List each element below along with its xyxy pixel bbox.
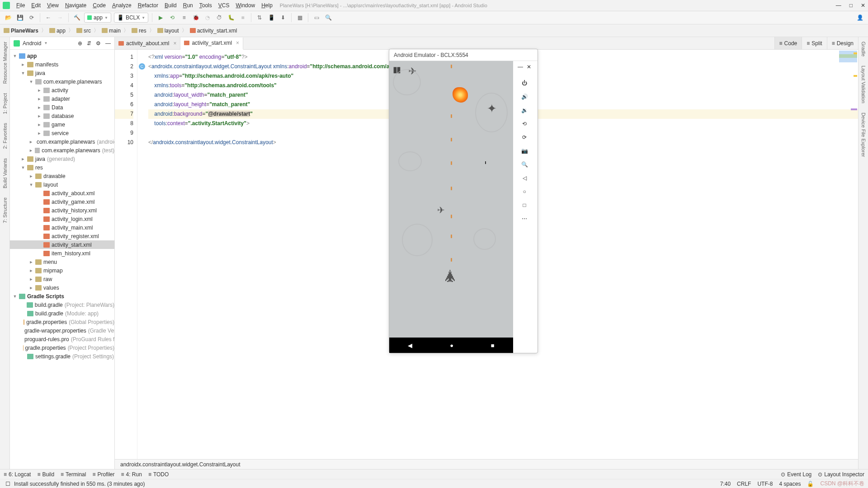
collapse-icon[interactable]: ⇵ xyxy=(87,40,91,47)
breadcrumb-item[interactable]: app xyxy=(49,28,66,34)
emu-home-icon[interactable]: ○ xyxy=(523,188,526,195)
forward-icon[interactable]: → xyxy=(56,13,65,22)
editor-breadcrumb[interactable]: androidx.constraintlayout.widget.Constra… xyxy=(115,459,858,469)
zoom-icon[interactable]: 🔍 xyxy=(521,161,528,168)
tree-node[interactable]: gradle.properties(Global Properties) xyxy=(10,318,114,326)
tree-node[interactable]: activity_about.xml xyxy=(10,189,114,197)
nav-back-icon[interactable]: ◀ xyxy=(408,342,412,349)
emu-close-icon[interactable]: ✕ xyxy=(527,64,531,70)
apply-changes-icon[interactable]: ⟲ xyxy=(168,13,177,22)
tree-node[interactable]: ►menu xyxy=(10,258,114,266)
lock-icon[interactable]: 🔓 xyxy=(807,481,814,487)
close-button[interactable]: ✕ xyxy=(861,2,865,9)
menu-view[interactable]: View xyxy=(44,1,61,9)
tree-node[interactable]: activity_start.xml xyxy=(10,240,114,249)
tree-node[interactable]: ►raw xyxy=(10,275,114,283)
user-icon[interactable]: 👤 xyxy=(855,13,864,22)
profile-icon[interactable]: ⏱ xyxy=(215,13,224,22)
run-config-dropdown[interactable]: app▼ xyxy=(84,13,111,23)
rotate-right-icon[interactable]: ⟳ xyxy=(522,134,527,141)
emu-icon[interactable]: ▭ xyxy=(312,13,321,22)
bottom-tool-layout-inspector[interactable]: ⊙Layout Inspector xyxy=(818,471,864,478)
nav-recents-icon[interactable]: ■ xyxy=(491,342,495,349)
editor-tab[interactable]: activity_about.xml× xyxy=(115,37,180,49)
breadcrumb-item[interactable]: layout xyxy=(157,28,179,34)
power-icon[interactable]: ⏻ xyxy=(522,80,527,86)
volume-down-icon[interactable]: 🔉 xyxy=(521,107,528,113)
tree-node[interactable]: ►game xyxy=(10,120,114,129)
emu-back-icon[interactable]: ◁ xyxy=(523,175,527,181)
menu-window[interactable]: Window xyxy=(233,1,258,9)
search-icon[interactable]: 🔍 xyxy=(324,13,333,22)
tree-node[interactable]: activity_register.xml xyxy=(10,232,114,240)
tree-node[interactable]: ▼com.example.planewars xyxy=(10,77,114,86)
file-encoding[interactable]: UTF-8 xyxy=(757,481,773,487)
bottom-tool-profiler[interactable]: ≡Profiler xyxy=(92,471,114,478)
build-hammer-icon[interactable]: 🔨 xyxy=(72,13,81,22)
bottom-tool-terminal[interactable]: ≡Terminal xyxy=(61,471,86,478)
view-mode-code[interactable]: ≡Code xyxy=(774,37,802,49)
maximize-button[interactable]: □ xyxy=(849,2,853,9)
tree-node[interactable]: ►adapter xyxy=(10,94,114,103)
view-mode-design[interactable]: ≡Design xyxy=(827,37,858,49)
tool-layout-validation[interactable]: Layout Validation xyxy=(861,66,866,103)
breadcrumb-item[interactable]: main xyxy=(102,28,121,34)
menu-run[interactable]: Run xyxy=(180,1,196,9)
tool-resource-manager[interactable]: Resource Manager xyxy=(2,42,8,84)
tree-node[interactable]: proguard-rules.pro(ProGuard Rules for ap… xyxy=(10,335,114,343)
tree-node[interactable]: ►manifests xyxy=(10,60,114,69)
menu-tools[interactable]: Tools xyxy=(197,1,215,9)
view-mode-split[interactable]: ≡Split xyxy=(802,37,826,49)
class-icon[interactable]: C xyxy=(139,63,145,70)
menu-analyze[interactable]: Analyze xyxy=(109,1,134,9)
bottom-tool-4-run[interactable]: ≡4: Run xyxy=(121,471,142,478)
minimize-button[interactable]: — xyxy=(836,2,841,9)
menu-help[interactable]: Help xyxy=(259,1,275,9)
target-icon[interactable]: ⊕ xyxy=(78,40,82,47)
line-ending[interactable]: CRLF xyxy=(737,481,751,487)
project-view-selector[interactable]: Android xyxy=(23,40,41,47)
tool-gradle[interactable]: Gradle xyxy=(861,42,866,56)
avd-icon[interactable]: 📱 xyxy=(267,13,276,22)
breadcrumb-item[interactable]: activity_start.xml xyxy=(190,28,237,34)
bug-icon[interactable]: 🐞 xyxy=(191,13,200,22)
tree-node[interactable]: ►com.example.planewars(test) xyxy=(10,146,114,155)
caret-position[interactable]: 7:40 xyxy=(720,481,731,487)
tree-node[interactable]: gradle.properties(Project Properties) xyxy=(10,343,114,352)
tree-node[interactable]: ►drawable xyxy=(10,172,114,180)
tree-node[interactable]: settings.gradle(Project Settings) xyxy=(10,352,114,361)
tool-2-favorites[interactable]: 2: Favorites xyxy=(2,123,8,149)
tree-node[interactable]: ►com.example.planewars(androidTest) xyxy=(10,137,114,146)
tree-node[interactable]: gradle-wrapper.properties(Gradle Version… xyxy=(10,326,114,335)
run-icon[interactable]: ▶ xyxy=(156,13,165,22)
tree-node[interactable]: ►java(generated) xyxy=(10,155,114,163)
struct-icon[interactable]: ▦ xyxy=(295,13,304,22)
device-dropdown[interactable]: 📱BCLX▼ xyxy=(114,13,148,23)
tree-node[interactable]: ▼app xyxy=(10,52,114,60)
emulator-window[interactable]: Android Emulator - BCLX:5554 ▮▮ ✈ ✦ ✈ 🛦 xyxy=(389,49,538,353)
tree-node[interactable]: ►activity xyxy=(10,86,114,94)
tree-node[interactable]: ▼java xyxy=(10,69,114,77)
tool-build-variants[interactable]: Build Variants xyxy=(2,158,8,188)
breadcrumb-item[interactable]: src xyxy=(76,28,91,34)
save-icon[interactable]: 💾 xyxy=(15,13,24,22)
tree-node[interactable]: activity_history.xml xyxy=(10,206,114,215)
sync-icon[interactable]: ⟳ xyxy=(27,13,36,22)
breadcrumb-item[interactable]: PlaneWars xyxy=(4,28,38,34)
emu-minimize-icon[interactable]: — xyxy=(518,64,523,70)
tree-node[interactable]: ►database xyxy=(10,112,114,120)
tree-node[interactable]: activity_game.xml xyxy=(10,197,114,206)
menu-vcs[interactable]: VCS xyxy=(216,1,232,9)
tree-node[interactable]: ▼res xyxy=(10,163,114,172)
close-tab-icon[interactable]: × xyxy=(236,40,239,46)
debug-icon[interactable]: ≡ xyxy=(179,13,189,22)
project-tree[interactable]: ▼app►manifests▼java▼com.example.planewar… xyxy=(10,50,114,469)
bottom-tool-event-log[interactable]: ⊙Event Log xyxy=(781,471,811,478)
tree-node[interactable]: ►values xyxy=(10,283,114,292)
vcs-icon[interactable]: ⇅ xyxy=(255,13,264,22)
bottom-tool-6-logcat[interactable]: ≡6: Logcat xyxy=(4,471,31,478)
coverage-icon[interactable]: ◔ xyxy=(203,13,212,22)
sdk-icon[interactable]: ⬇ xyxy=(278,13,288,22)
menu-code[interactable]: Code xyxy=(90,1,108,9)
close-tab-icon[interactable]: × xyxy=(173,40,176,47)
